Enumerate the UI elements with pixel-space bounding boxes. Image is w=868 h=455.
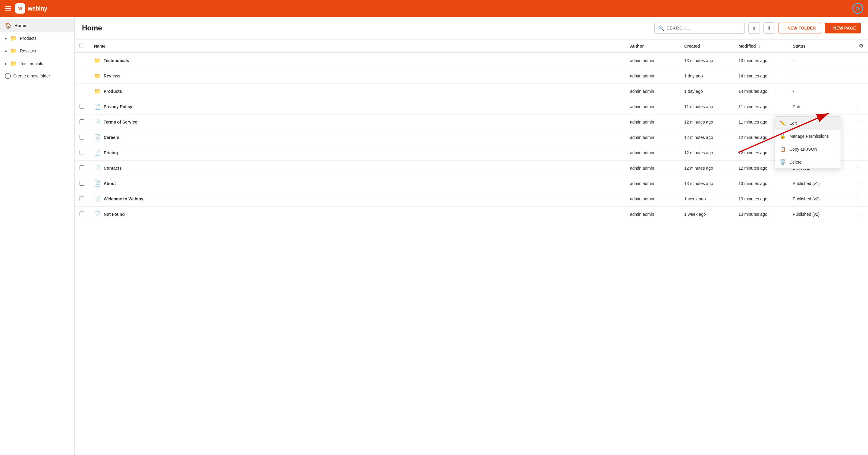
row-name-label: Contacts: [104, 166, 122, 171]
context-copy-json-label: Copy as JSON: [789, 147, 817, 152]
file-row-icon: 📄: [94, 103, 101, 110]
row-actions-button[interactable]: ⋮: [853, 210, 863, 218]
row-modified: 13 minutes ago: [734, 176, 788, 191]
row-name-label: Testimonials: [104, 58, 129, 63]
content-header: Home 🔍 ⬆ ⬇ + NEW FOLDER: [75, 17, 868, 39]
row-actions-button[interactable]: ⋮: [853, 102, 863, 111]
row-actions-button[interactable]: ⋮: [853, 149, 863, 157]
search-input[interactable]: [667, 26, 741, 30]
context-menu-permissions[interactable]: 🔒 Manage Permissions: [775, 129, 841, 143]
table-row: 📄 Not Found admin admin 1 week ago 13 mi…: [75, 207, 868, 222]
sort-arrow-icon: ↓: [758, 44, 761, 49]
logo-text: webiny: [28, 5, 47, 12]
row-created: 13 minutes ago: [679, 53, 734, 68]
row-status: Published (v2): [788, 191, 848, 207]
row-created: 1 day ago: [679, 68, 734, 84]
sidebar-item-reviews[interactable]: ▶ 📁 Reviews: [0, 44, 74, 57]
file-row-icon: 📄: [94, 165, 101, 172]
row-actions-button[interactable]: ⋮: [853, 133, 863, 142]
context-menu-edit[interactable]: ✏️ Edit: [775, 117, 841, 129]
folder-row-icon: 📁: [94, 72, 101, 79]
select-all-checkbox[interactable]: [80, 43, 84, 48]
search-box[interactable]: 🔍: [654, 23, 745, 34]
row-actions-button[interactable]: ⋮: [853, 195, 863, 203]
row-name-label: Privacy Policy: [104, 104, 132, 109]
row-actions-button[interactable]: ⋮: [853, 164, 863, 172]
table-settings-icon[interactable]: ⚙: [859, 43, 863, 49]
folder-row-icon: 📁: [94, 88, 101, 95]
power-button[interactable]: ⏻: [852, 3, 863, 14]
upload-button[interactable]: ⬆: [748, 22, 760, 34]
context-menu-delete[interactable]: 🗑️ Delete: [775, 155, 841, 169]
folder-row-icon: 📁: [94, 57, 101, 64]
new-folder-button[interactable]: + NEW FOLDER: [778, 23, 821, 33]
row-created: 12 minutes ago: [679, 115, 734, 130]
row-name-label: Products: [104, 89, 122, 94]
row-checkbox[interactable]: [80, 165, 84, 170]
row-modified: 13 minutes ago: [734, 191, 788, 207]
row-status: Published (v2): [788, 207, 848, 222]
row-modified: 14 minutes ago: [734, 84, 788, 99]
row-created: 12 minutes ago: [679, 161, 734, 176]
download-button[interactable]: ⬇: [764, 22, 775, 34]
row-checkbox[interactable]: [80, 135, 84, 140]
row-author: admin admin: [625, 176, 679, 191]
file-row-icon: 📄: [94, 149, 101, 156]
table-row: 📄 About admin admin 13 minutes ago 13 mi…: [75, 176, 868, 191]
edit-icon: ✏️: [780, 120, 786, 126]
row-name-label: Pricing: [104, 150, 118, 155]
row-created: 1 day ago: [679, 84, 734, 99]
col-name-header: Name: [94, 44, 105, 49]
create-folder-item[interactable]: + Create a new folder: [0, 70, 74, 82]
row-name: 📁 Testimonials: [94, 57, 620, 64]
table-row: 📄 Privacy Policy admin admin 11 minutes …: [75, 99, 868, 115]
row-author: admin admin: [625, 84, 679, 99]
sidebar: 🏠 Home ▶ 📁 Products ▶ 📁 Reviews ▶ 📁 Test…: [0, 17, 75, 455]
file-row-icon: 📄: [94, 195, 101, 202]
sidebar-home-label: Home: [14, 23, 26, 28]
sidebar-item-home[interactable]: 🏠 Home: [0, 19, 74, 32]
row-name: 📄 Not Found: [94, 211, 620, 217]
table-row: 📄 Careers admin admin 12 minutes ago 12 …: [75, 130, 868, 145]
row-name: 📄 Terms of Service: [94, 119, 620, 125]
row-name: 📄 Welcome to Webiny: [94, 195, 620, 202]
row-checkbox[interactable]: [80, 119, 84, 124]
row-modified: 11 minutes ago: [734, 99, 788, 115]
row-name: 📄 Contacts: [94, 165, 620, 172]
row-status: -: [788, 84, 848, 99]
row-author: admin admin: [625, 115, 679, 130]
new-page-button[interactable]: + NEW PAGE: [825, 23, 861, 33]
table-row: 📄 Welcome to Webiny admin admin 1 week a…: [75, 191, 868, 207]
row-created: 12 minutes ago: [679, 130, 734, 145]
row-checkbox[interactable]: [80, 104, 84, 109]
row-checkbox[interactable]: [80, 181, 84, 186]
search-icon: 🔍: [658, 25, 664, 31]
file-row-icon: 📄: [94, 119, 101, 125]
row-author: admin admin: [625, 191, 679, 207]
top-navigation: W webiny ⏻: [0, 0, 868, 17]
sidebar-item-testimonials[interactable]: ▶ 📁 Testimonials: [0, 57, 74, 70]
row-status: -: [788, 53, 848, 68]
context-menu: ✏️ Edit 🔒 Manage Permissions 📋 Copy as J…: [775, 116, 841, 169]
file-table: Name Author Created Modified ↓ Status: [75, 39, 868, 455]
hamburger-menu[interactable]: [5, 6, 11, 10]
row-status: Pub...: [788, 99, 848, 115]
row-checkbox[interactable]: [80, 196, 84, 201]
row-checkbox[interactable]: [80, 150, 84, 155]
table-row: 📁 Testimonials admin admin 13 minutes ag…: [75, 53, 868, 68]
row-created: 1 week ago: [679, 207, 734, 222]
row-name-label: Reviews: [104, 73, 121, 78]
row-created: 11 minutes ago: [679, 99, 734, 115]
row-actions-button[interactable]: ⋮: [853, 118, 863, 126]
row-checkbox[interactable]: [80, 212, 84, 216]
row-created: 12 minutes ago: [679, 145, 734, 161]
create-folder-label: Create a new folder: [13, 73, 50, 78]
sidebar-item-products[interactable]: ▶ 📁 Products: [0, 32, 74, 44]
col-modified-header[interactable]: Modified ↓: [739, 44, 783, 49]
context-menu-copy-json[interactable]: 📋 Copy as JSON: [775, 143, 841, 155]
row-actions-button[interactable]: ⋮: [853, 179, 863, 188]
row-name-label: Terms of Service: [104, 120, 137, 124]
header-actions: 🔍 ⬆ ⬇ + NEW FOLDER + NEW PAGE: [654, 22, 861, 34]
folder-icon: 📁: [10, 60, 17, 67]
row-created: 13 minutes ago: [679, 176, 734, 191]
